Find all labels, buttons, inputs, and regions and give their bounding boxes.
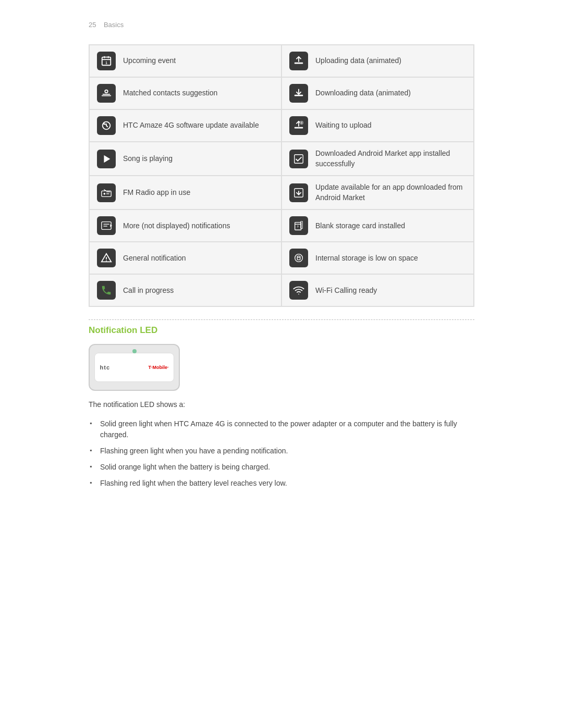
notification-intro: The notification LED shows a: — [89, 400, 474, 409]
cell-label: General notification — [123, 253, 186, 264]
more-notifications-icon — [97, 216, 116, 235]
wifi-call-icon — [289, 281, 308, 300]
update-icon — [97, 116, 116, 135]
play-icon — [97, 150, 116, 168]
upload-icon — [289, 52, 308, 70]
radio-icon — [97, 183, 116, 202]
list-item: Matched contacts suggestion — [89, 77, 282, 109]
list-item: Flashing green light when you have a pen… — [89, 443, 474, 459]
cell-label: Wi-Fi Calling ready — [315, 286, 377, 296]
page-header: 25 Basics — [89, 21, 474, 29]
svg-text:1: 1 — [105, 61, 107, 65]
list-item: Downloaded Android Market app installed … — [282, 142, 474, 176]
notification-led-title: Notification LED — [89, 325, 474, 336]
page-number: 25 — [89, 21, 96, 29]
tmobile-logo: T·Mobile· — [148, 365, 168, 370]
svg-point-32 — [106, 261, 107, 262]
cell-label: Upcoming event — [123, 56, 176, 66]
cell-label: More (not displayed) notifications — [123, 221, 230, 231]
svg-text:!: ! — [301, 121, 302, 125]
list-item: 1 Upcoming event — [89, 45, 282, 77]
icon-grid: 1 Upcoming event Uploading data (animate… — [89, 44, 474, 307]
list-item: Solid orange light when the battery is b… — [89, 459, 474, 475]
list-item: More (not displayed) notifications — [89, 209, 282, 242]
notification-led-section: Notification LED htc T·Mobile· The notif… — [89, 325, 474, 491]
list-item: Call in progress — [89, 274, 282, 306]
svg-point-33 — [295, 254, 303, 262]
list-item: General notification — [89, 242, 282, 274]
cell-label: Blank storage card installed — [315, 221, 405, 231]
svg-rect-8 — [102, 95, 111, 96]
list-item: Solid green light when HTC Amaze 4G is c… — [89, 416, 474, 443]
cell-label: Downloaded Android Market app installed … — [315, 149, 466, 169]
storage-low-icon — [289, 249, 308, 267]
waiting-icon: ! — [289, 116, 308, 135]
call-icon — [97, 281, 116, 300]
bullet-list: Solid green light when HTC Amaze 4G is c… — [89, 416, 474, 491]
update-app-icon — [289, 183, 308, 202]
contacts-icon — [97, 84, 116, 103]
phone-top: htc T·Mobile· — [94, 353, 175, 382]
svg-rect-9 — [295, 95, 303, 96]
svg-rect-11 — [295, 127, 303, 129]
list-item: Flashing red light when the battery leve… — [89, 475, 474, 491]
cell-label: Uploading data (animated) — [315, 56, 401, 66]
cell-label: Song is playing — [123, 154, 173, 164]
cell-label: Call in progress — [123, 286, 174, 296]
led-dot — [132, 349, 137, 353]
cell-label: FM Radio app in use — [123, 188, 190, 198]
svg-marker-14 — [104, 155, 110, 163]
svg-rect-7 — [103, 94, 111, 95]
list-item: Downloading data (animated) — [282, 77, 474, 109]
section-divider — [89, 319, 474, 320]
svg-rect-5 — [295, 63, 303, 64]
svg-rect-15 — [295, 154, 303, 163]
svg-point-6 — [105, 90, 108, 93]
list-item: Wi-Fi Calling ready — [282, 274, 474, 306]
alert-icon — [97, 249, 116, 267]
list-item: Internal storage is low on space — [282, 242, 474, 274]
cell-label: Matched contacts suggestion — [123, 88, 217, 98]
cell-label: Downloading data (animated) — [315, 88, 411, 98]
svg-text:?: ? — [297, 225, 299, 228]
cell-label: Update available for an app downloaded f… — [315, 182, 466, 203]
list-item: ? Blank storage card installed — [282, 209, 474, 242]
cell-label: HTC Amaze 4G software update available — [123, 120, 259, 131]
list-item: Update available for an app downloaded f… — [282, 176, 474, 209]
calendar-icon: 1 — [97, 52, 116, 70]
svg-point-17 — [104, 193, 106, 195]
phone-image: htc T·Mobile· — [89, 344, 180, 391]
svg-rect-22 — [102, 222, 111, 230]
list-item: FM Radio app in use — [89, 176, 282, 209]
list-item: ! Waiting to upload — [282, 109, 474, 142]
cell-label: Internal storage is low on space — [315, 253, 418, 264]
section-name: Basics — [104, 21, 124, 29]
cell-label: Waiting to upload — [315, 120, 372, 131]
list-item: HTC Amaze 4G software update available — [89, 109, 282, 142]
storage-icon: ? — [289, 216, 308, 235]
list-item: Uploading data (animated) — [282, 45, 474, 77]
download-icon — [289, 84, 308, 103]
checkmark-icon — [289, 150, 308, 168]
htc-logo: htc — [100, 364, 111, 371]
svg-rect-34 — [297, 256, 300, 260]
list-item: Song is playing — [89, 142, 282, 176]
